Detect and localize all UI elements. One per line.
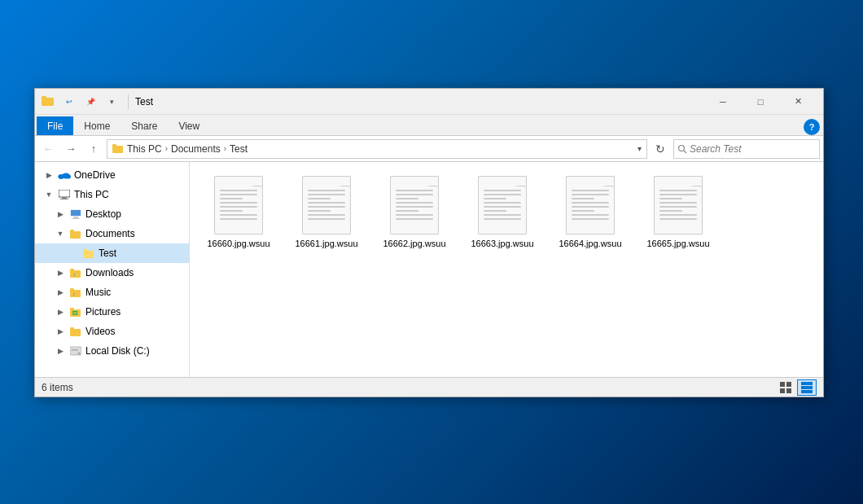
svg-point-33: [78, 353, 81, 355]
svg-rect-11: [62, 197, 67, 199]
svg-point-4: [679, 145, 685, 151]
close-button[interactable]: ✕: [779, 89, 817, 115]
expand-icon-music: ▶: [55, 287, 66, 298]
svg-rect-0: [42, 98, 54, 106]
refresh-button[interactable]: ↻: [651, 139, 670, 159]
view-large-icons-btn[interactable]: [776, 379, 795, 396]
file-name: 16660.jpg.wsuu: [207, 238, 269, 249]
sidebar-label-pictures: Pictures: [85, 306, 120, 318]
quick-dropdown-btn[interactable]: ▾: [102, 92, 121, 112]
sidebar-label-this-pc: This PC: [74, 189, 109, 200]
svg-line-5: [684, 151, 686, 153]
svg-rect-14: [71, 210, 81, 216]
file-name: 16661.jpg.wsuu: [295, 238, 357, 249]
svg-rect-37: [780, 388, 785, 393]
file-item[interactable]: 16664.jpg.wsuu: [550, 170, 631, 255]
sidebar-item-desktop[interactable]: ▶ Desktop: [35, 204, 189, 224]
sidebar: ▶ OneDrive ▼ This PC ▶ Deskto: [35, 162, 190, 377]
forward-button[interactable]: →: [61, 139, 81, 159]
svg-rect-19: [83, 251, 94, 258]
window-title: Test: [135, 96, 704, 107]
sidebar-item-music[interactable]: ▶ ♪ Music: [35, 283, 189, 302]
sidebar-item-local-disk[interactable]: ▶ Local Disk (C:): [35, 341, 189, 361]
svg-rect-40: [801, 386, 813, 389]
expand-icon-this-pc: ▼: [43, 189, 55, 200]
sidebar-item-videos[interactable]: ▶ Videos: [35, 322, 189, 341]
tab-view[interactable]: View: [168, 116, 210, 135]
svg-rect-12: [60, 199, 68, 199]
address-bar: ← → ↑ This PC › Documents › Test ▾ ↻: [35, 136, 823, 162]
svg-rect-10: [59, 190, 70, 197]
expand-icon-pictures: ▶: [55, 306, 66, 318]
svg-rect-39: [801, 382, 813, 385]
svg-rect-41: [801, 390, 813, 393]
this-pc-icon: [58, 188, 71, 201]
tab-file[interactable]: File: [37, 116, 73, 135]
file-item[interactable]: 16661.jpg.wsuu: [286, 170, 367, 255]
file-doc-icon: [390, 176, 439, 234]
file-item[interactable]: 16662.jpg.wsuu: [374, 170, 455, 255]
item-count: 6 items: [42, 382, 776, 393]
sidebar-label-desktop: Desktop: [85, 208, 121, 220]
svg-rect-15: [73, 217, 78, 218]
sidebar-label-documents: Documents: [85, 228, 135, 239]
svg-rect-3: [112, 144, 116, 147]
file-item[interactable]: 16663.jpg.wsuu: [462, 170, 543, 255]
path-dropdown-arrow[interactable]: ▾: [637, 144, 642, 153]
view-buttons: [776, 379, 817, 396]
sidebar-item-this-pc[interactable]: ▼ This PC: [35, 185, 189, 204]
search-icon: [677, 144, 687, 154]
file-item[interactable]: 16665.jpg.wsuu: [637, 170, 719, 255]
sidebar-item-onedrive[interactable]: ▶ OneDrive: [35, 165, 189, 185]
path-segment-test[interactable]: Test: [230, 143, 248, 155]
test-folder-icon: [82, 247, 95, 260]
view-details-btn[interactable]: [797, 379, 817, 396]
svg-rect-9: [59, 175, 71, 177]
search-box[interactable]: [673, 139, 820, 159]
expand-icon-test: [68, 248, 79, 259]
sidebar-item-documents[interactable]: ▼ Documents: [35, 224, 189, 243]
address-path[interactable]: This PC › Documents › Test ▾: [107, 139, 647, 159]
local-disk-icon: [69, 344, 82, 357]
path-chevron-2: ›: [224, 144, 226, 153]
search-input[interactable]: [690, 143, 816, 155]
file-name: 16662.jpg.wsuu: [383, 238, 445, 249]
svg-rect-17: [70, 231, 81, 239]
sidebar-item-test[interactable]: Test: [35, 243, 189, 263]
svg-rect-2: [112, 146, 123, 153]
maximize-button[interactable]: □: [742, 89, 779, 115]
documents-icon: [69, 227, 82, 240]
tab-home[interactable]: Home: [73, 116, 120, 135]
expand-icon-desktop: ▶: [55, 208, 66, 220]
minimize-button[interactable]: ─: [704, 89, 742, 115]
svg-rect-38: [786, 388, 791, 393]
file-doc-icon: [566, 176, 615, 234]
help-button[interactable]: ?: [804, 119, 820, 135]
file-view: 16660.jpg.wsuu16661.jpg.wsuu16662.jpg.ws…: [190, 162, 823, 377]
sidebar-label-onedrive: OneDrive: [74, 169, 116, 181]
file-name: 16665.jpg.wsuu: [646, 238, 709, 249]
svg-rect-34: [72, 349, 78, 351]
path-chevron-1: ›: [165, 144, 168, 153]
sidebar-item-downloads[interactable]: ▶ ↓ Downloads: [35, 263, 189, 283]
file-name: 16664.jpg.wsuu: [559, 238, 621, 249]
file-item[interactable]: 16660.jpg.wsuu: [198, 170, 279, 255]
file-doc-icon: [214, 176, 263, 234]
svg-text:🖼: 🖼: [72, 310, 78, 316]
sidebar-label-downloads: Downloads: [85, 267, 134, 278]
back-button[interactable]: ←: [38, 139, 58, 159]
path-segment-pc[interactable]: This PC: [127, 143, 162, 155]
file-doc-icon: [302, 176, 351, 234]
sidebar-label-music: Music: [85, 287, 111, 298]
onedrive-icon: [58, 169, 71, 182]
quick-pin-btn[interactable]: 📌: [81, 92, 100, 112]
expand-icon-onedrive: ▶: [43, 169, 55, 181]
path-segment-documents[interactable]: Documents: [171, 143, 221, 155]
svg-rect-20: [83, 249, 87, 252]
tab-share[interactable]: Share: [120, 116, 168, 135]
sidebar-item-pictures[interactable]: ▶ 🖼 Pictures: [35, 302, 189, 322]
pictures-icon: 🖼: [69, 305, 82, 318]
quick-undo-btn[interactable]: ↩: [59, 92, 79, 112]
window-controls: ─ □ ✕: [704, 89, 817, 115]
up-button[interactable]: ↑: [84, 139, 103, 159]
